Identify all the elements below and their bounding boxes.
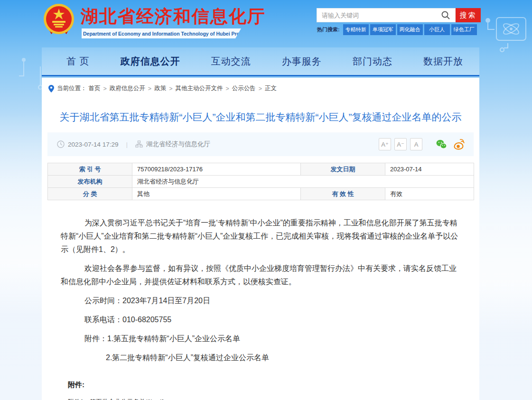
nav-item[interactable]: 互动交流: [211, 55, 251, 68]
hot-search-tag[interactable]: 绿色工厂: [451, 24, 477, 35]
breadcrumb-separator: >: [148, 85, 151, 92]
site-title[interactable]: 湖北省经济和信息化厅: [81, 5, 266, 28]
meta-date-label: 发文日期: [301, 163, 385, 176]
search-area: 搜索: [317, 8, 481, 22]
breadcrumb-link[interactable]: 其他主动公开文件: [175, 84, 223, 93]
hot-search-tag[interactable]: 专精特新: [343, 24, 369, 35]
nav-item[interactable]: 首 页: [66, 55, 90, 68]
hot-search-tag[interactable]: 单项冠军: [370, 24, 396, 35]
font-size-button[interactable]: A⁺: [379, 138, 391, 150]
background-city-left: [0, 114, 42, 313]
search-icon[interactable]: [441, 10, 450, 20]
article-paragraph: 附件：1.第五批专精特新“小巨人”企业公示名单: [61, 332, 460, 345]
wechat-icon[interactable]: [436, 139, 447, 150]
breadcrumb-link[interactable]: 政府信息公开: [110, 84, 145, 93]
attachments-section: 附件: 附件1：第五批企业公示名单(1).pdf附件2：第二批复核企业公示名单(…: [42, 370, 479, 400]
table-row: 分 类 其他 有 效 性 有效: [48, 188, 474, 200]
document-meta-table: 索 引 号 757009218/2023-17176 发文日期 2023-07-…: [47, 163, 474, 200]
breadcrumb-link[interactable]: 首页: [89, 84, 101, 93]
meta-validity-label: 有 效 性: [301, 188, 385, 200]
meta-org-label: 发布机构: [48, 176, 132, 188]
font-size-button[interactable]: A⁻: [394, 138, 407, 150]
site-title-english: Department of Economy and Information Te…: [82, 31, 252, 37]
attachment-label: 附件1：: [68, 398, 90, 400]
article-meta-right: A⁺A⁻A: [375, 138, 465, 150]
breadcrumb-separator: >: [225, 85, 229, 92]
site-title-banner: Department of Economy and Information Te…: [82, 28, 241, 38]
hot-search-tag[interactable]: 小巨人: [424, 24, 450, 35]
meta-org-value: 湖北省经济与信息化厅: [132, 176, 474, 188]
breadcrumb-separator: >: [103, 85, 107, 92]
site-header: 湖北省经济和信息化厅 Department of Economy and Inf…: [0, 0, 532, 47]
clock-icon: [57, 140, 65, 148]
font-size-controls: A⁺A⁻A: [375, 138, 422, 150]
organization-icon: [135, 140, 143, 148]
breadcrumb-separator: >: [259, 85, 262, 92]
article-title: 关于湖北省第五批专精特新“小巨人”企业和第二批专精特新“小巨人”复核通过企业名单…: [42, 111, 479, 124]
search-input[interactable]: [317, 8, 456, 22]
attachments-list: 附件1：第五批企业公示名单(1).pdf附件2：第二批复核企业公示名单(1).p…: [68, 396, 479, 400]
attachments-heading: 附件:: [68, 381, 479, 390]
site-logo[interactable]: [43, 3, 75, 37]
hot-search-label: 热门搜索:: [317, 26, 340, 33]
content-panel: 当前位置： 首页>政府信息公开>政策>其他主动公开文件>公示公告>正文 关于湖北…: [42, 78, 479, 400]
location-pin-icon: [48, 85, 54, 93]
weibo-icon[interactable]: [454, 139, 465, 150]
article-source: 湖北省经济与信息化厅: [146, 140, 210, 149]
article-meta-strip: 2023-07-14 17:29 | 湖北省经济与信息化厅 A⁺A⁻A: [47, 132, 474, 156]
meta-index-value: 757009218/2023-17176: [132, 163, 301, 176]
breadcrumb-items: 首页>政府信息公开>政策>其他主动公开文件>公示公告>正文: [87, 84, 279, 93]
hot-search-row: 热门搜索: 专精特新单项冠军两化融合小巨人绿色工厂: [317, 24, 481, 35]
national-emblem-icon: [43, 3, 75, 37]
article-paragraph: 联系电话：010-68205755: [61, 313, 460, 326]
meta-validity-value: 有效: [385, 188, 474, 200]
breadcrumb-link[interactable]: 公示公告: [232, 84, 256, 93]
article-paragraph: 为深入贯彻习近平总书记关于“培育一批‘专精特新’中小企业”的重要指示精神，工业和…: [61, 216, 460, 256]
nav-item[interactable]: 政府信息公开: [121, 55, 180, 68]
attachment-item: 附件1：第五批企业公示名单(1).pdf: [68, 396, 479, 400]
article-paragraph: 公示时间：2023年7月14日至7月20日: [61, 294, 460, 307]
main-nav: 首 页政府信息公开互动交流办事服务部门动态数据开放: [42, 47, 479, 76]
article-paragraph: 欢迎社会各界参与监督，如有异议，按照《优质中小企业梯度培育管理暂行办法》中有关要…: [61, 262, 460, 288]
publish-time: 2023-07-14 17:29: [68, 141, 119, 148]
nav-item[interactable]: 办事服务: [282, 55, 322, 68]
breadcrumb-link[interactable]: 正文: [265, 84, 277, 93]
table-row: 索 引 号 757009218/2023-17176 发文日期 2023-07-…: [48, 163, 474, 176]
background-city-right: [479, 133, 532, 332]
nav-item[interactable]: 部门动态: [353, 55, 392, 68]
meta-category-value: 其他: [132, 188, 301, 200]
nav-item[interactable]: 数据开放: [423, 55, 463, 68]
attachment-link[interactable]: 第五批企业公示名单(1).pdf: [90, 398, 163, 400]
article-meta-left: 2023-07-14 17:29 | 湖北省经济与信息化厅: [57, 140, 210, 149]
meta-index-label: 索 引 号: [48, 163, 132, 176]
breadcrumb-prefix: 当前位置：: [57, 84, 87, 93]
breadcrumb-separator: >: [169, 85, 172, 92]
article-paragraph: 2.第二批专精特新“小巨人”复核通过企业公示名单: [61, 351, 460, 364]
hot-search-tags: 专精特新单项冠军两化融合小巨人绿色工厂: [343, 24, 478, 35]
breadcrumb-link[interactable]: 政策: [154, 84, 166, 93]
table-row: 发布机构 湖北省经济与信息化厅: [48, 176, 474, 188]
hot-search-tag[interactable]: 两化融合: [397, 24, 423, 35]
meta-divider: |: [126, 141, 128, 148]
meta-date-value: 2023-07-14: [385, 163, 474, 176]
font-size-button[interactable]: A: [410, 138, 422, 150]
breadcrumb: 当前位置： 首页>政府信息公开>政策>其他主动公开文件>公示公告>正文: [42, 78, 479, 93]
meta-category-label: 分 类: [48, 188, 132, 200]
search-button[interactable]: 搜索: [456, 8, 481, 22]
article-body: 为深入贯彻习近平总书记关于“培育一批‘专精特新’中小企业”的重要指示精神，工业和…: [42, 200, 479, 364]
